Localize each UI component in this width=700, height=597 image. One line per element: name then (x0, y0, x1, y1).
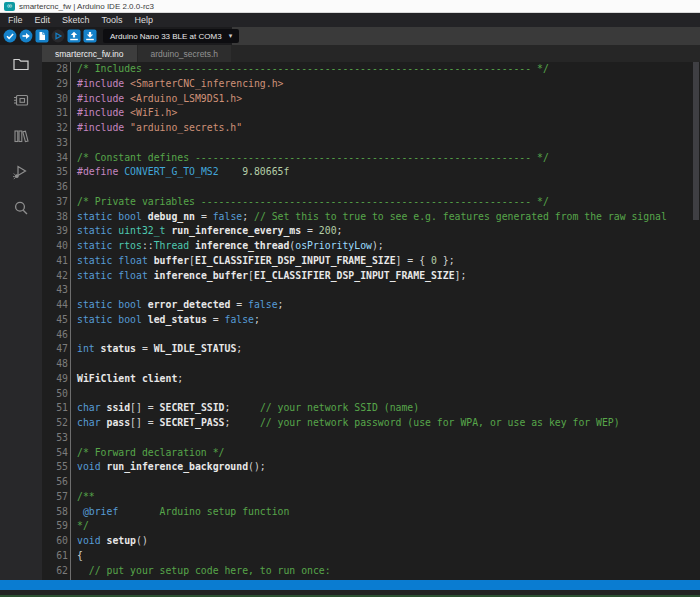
code-line[interactable]: 44static bool error_detected = false; (42, 298, 700, 313)
code-line[interactable]: 42static float inference_buffer[EI_CLASS… (42, 269, 700, 284)
code-line[interactable]: 40static rtos::Thread inference_thread(o… (42, 239, 700, 254)
board-selector-label: Arduino Nano 33 BLE at COM3 (110, 32, 222, 41)
line-number: 42 (42, 269, 68, 284)
code-line[interactable]: 29#include <SmarterCNC_inferencing.h> (42, 77, 700, 92)
menu-help[interactable]: Help (129, 15, 160, 25)
line-number: 32 (42, 121, 68, 136)
menu-sketch[interactable]: Sketch (56, 15, 96, 25)
save-button[interactable] (83, 29, 97, 43)
code-line[interactable]: 30#include <Arduino_LSM9DS1.h> (42, 92, 700, 107)
code-line[interactable]: 31#include <WiFi.h> (42, 106, 700, 121)
verify-button[interactable] (3, 29, 17, 43)
board-selector[interactable]: Arduino Nano 33 BLE at COM3 ▾ (103, 29, 239, 43)
tab-label: smartercnc_fw.ino (55, 49, 124, 59)
menu-edit[interactable]: Edit (29, 15, 57, 25)
code-line[interactable]: 48 (42, 357, 700, 372)
activity-sidebar (0, 45, 42, 580)
line-number: 50 (42, 387, 68, 402)
gutter-divider (70, 62, 71, 580)
sidebar-item-library-manager[interactable] (12, 127, 30, 145)
debug-icon (12, 163, 30, 181)
code-line[interactable]: 45static bool led_status = false; (42, 313, 700, 328)
window-title: smartercnc_fw | Arduino IDE 2.0.0-rc3 (19, 2, 154, 11)
code-line[interactable]: 36 (42, 180, 700, 195)
board-chip-icon (12, 91, 30, 109)
new-sketch-button[interactable] (35, 29, 49, 43)
code-line[interactable]: 34/* Constant defines ------------------… (42, 151, 700, 166)
line-number: 28 (42, 62, 68, 77)
line-number: 61 (42, 549, 68, 564)
code-line[interactable]: 50 (42, 387, 700, 402)
code-line[interactable]: 54/* Forward declaration */ (42, 446, 700, 461)
line-number: 33 (42, 136, 68, 151)
line-number: 39 (42, 224, 68, 239)
code-line[interactable]: 57/** (42, 490, 700, 505)
code-line[interactable]: 53 (42, 431, 700, 446)
sidebar-item-sketchbook[interactable] (12, 55, 30, 73)
debug-button[interactable] (51, 29, 65, 43)
code-line[interactable]: 47int status = WL_IDLE_STATUS; (42, 342, 700, 357)
tab-arduino-secrets-h[interactable]: arduino_secrets.h (138, 45, 232, 62)
code-line[interactable]: 62 // put your setup code here, to run o… (42, 564, 700, 579)
code-line[interactable]: 38static bool debug_nn = false; // Set t… (42, 210, 700, 225)
toolbar-button-group: Arduino Nano 33 BLE at COM3 ▾ (0, 27, 232, 45)
line-number: 55 (42, 460, 68, 475)
code-line[interactable]: 52char pass[] = SECRET_PASS; // your net… (42, 416, 700, 431)
line-number: 56 (42, 475, 68, 490)
tab-smartercnc-fw-ino[interactable]: smartercnc_fw.ino (42, 45, 137, 62)
code-line[interactable]: 32#include "arduino_secrets.h" (42, 121, 700, 136)
chevron-down-icon: ▾ (229, 32, 233, 40)
editor-scrollbar[interactable] (693, 62, 699, 220)
debug-play-icon (51, 29, 65, 43)
line-number: 62 (42, 564, 68, 579)
upload-button[interactable] (19, 29, 33, 43)
menu-file[interactable]: File (2, 15, 29, 25)
line-number: 49 (42, 372, 68, 387)
code-line[interactable]: 51char ssid[] = SECRET_SSID; // your net… (42, 401, 700, 416)
menu-bar: File Edit Sketch Tools Help (0, 13, 700, 27)
line-number: 40 (42, 239, 68, 254)
line-number: 30 (42, 92, 68, 107)
code-line[interactable]: 39static uint32_t run_inference_every_ms… (42, 224, 700, 239)
code-line[interactable]: 33 (42, 136, 700, 151)
sidebar-item-boards-manager[interactable] (12, 91, 30, 109)
line-number: 38 (42, 210, 68, 225)
open-button[interactable] (67, 29, 81, 43)
document-icon (35, 29, 49, 43)
code-line[interactable]: 56 (42, 475, 700, 490)
code-line[interactable]: 58 @brief Arduino setup function (42, 505, 700, 520)
line-number: 54 (42, 446, 68, 461)
search-icon (12, 199, 30, 217)
line-number: 44 (42, 298, 68, 313)
line-number: 43 (42, 283, 68, 298)
line-number: 48 (42, 357, 68, 372)
code-line[interactable]: 43 (42, 283, 700, 298)
code-line[interactable]: 41static float buffer[EI_CLASSIFIER_DSP_… (42, 254, 700, 269)
sidebar-item-search[interactable] (12, 199, 30, 217)
status-bar (0, 580, 700, 590)
code-line[interactable]: 28/* Includes --------------------------… (42, 62, 700, 77)
code-line[interactable]: 37/* Private variables -----------------… (42, 195, 700, 210)
code-line[interactable]: 59*/ (42, 519, 700, 534)
code-line[interactable]: 35#define CONVERT_G_TO_MS2 9.80665f (42, 165, 700, 180)
line-number: 57 (42, 490, 68, 505)
menu-tools[interactable]: Tools (96, 15, 129, 25)
line-number: 35 (42, 165, 68, 180)
sidebar-item-debug[interactable] (12, 163, 30, 181)
line-number: 34 (42, 151, 68, 166)
code-line[interactable]: 46 (42, 328, 700, 343)
code-editor[interactable]: 28/* Includes --------------------------… (42, 62, 700, 580)
code-line[interactable]: 55void run_inference_background(); (42, 460, 700, 475)
code-line[interactable]: 61{ (42, 549, 700, 564)
code-line[interactable]: 49WiFiClient client; (42, 372, 700, 387)
books-icon (12, 127, 30, 145)
code-lines: 28/* Includes --------------------------… (42, 62, 700, 578)
arrow-down-icon (83, 29, 97, 43)
toolbar: Arduino Nano 33 BLE at COM3 ▾ (0, 27, 700, 45)
line-number: 47 (42, 342, 68, 357)
line-number: 52 (42, 416, 68, 431)
line-number: 53 (42, 431, 68, 446)
code-line[interactable]: 60void setup() (42, 534, 700, 549)
line-number: 45 (42, 313, 68, 328)
window-titlebar: ∞ smartercnc_fw | Arduino IDE 2.0.0-rc3 (0, 0, 700, 13)
